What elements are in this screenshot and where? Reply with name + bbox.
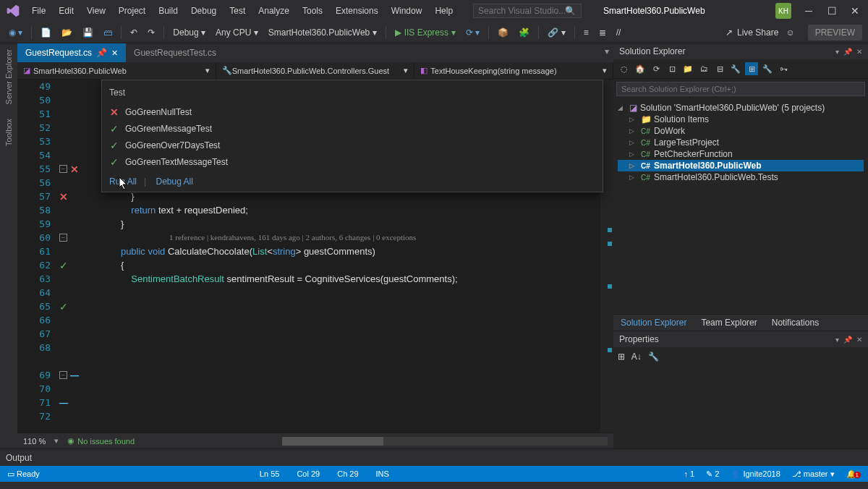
panel-pin-icon[interactable]: 📌 [843, 336, 852, 344]
browser-link-icon[interactable]: 🔗 ▾ [545, 26, 568, 39]
run-all-link[interactable]: Run All [109, 177, 137, 187]
tab-solution-explorer[interactable]: Solution Explorer [613, 315, 694, 331]
platform-select[interactable]: Any CPU ▾ [213, 26, 261, 39]
tree-item[interactable]: ▷C#LargeTestProject [618, 137, 864, 148]
showall-icon[interactable]: 📁 [681, 62, 694, 75]
test-row[interactable]: ✕GoGreenNullTest [109, 104, 595, 121]
startup-select[interactable]: SmartHotel360.PublicWeb ▾ [265, 26, 380, 39]
test-row[interactable]: ✓GoGreenOver7DaysTest [109, 137, 595, 154]
status-ready: ▭ Ready [7, 469, 40, 479]
config-select[interactable]: Debug ▾ [170, 26, 208, 39]
toolbox-tab[interactable]: Toolbox [4, 119, 13, 146]
alpha-icon[interactable]: A↓ [631, 352, 642, 362]
panel-close-icon[interactable]: ✕ [856, 336, 862, 344]
tab-team-explorer[interactable]: Team Explorer [694, 315, 764, 331]
collapse-icon[interactable]: ⊟ [713, 62, 726, 75]
liveshare-button[interactable]: Live Share [737, 27, 778, 38]
menu-window[interactable]: Window [386, 3, 428, 19]
back-icon[interactable]: ◌ [618, 62, 631, 75]
refresh-icon[interactable]: 🗂 [697, 62, 710, 75]
tree-item[interactable]: ▷C#SmartHotel360.PublicWeb.Tests [618, 171, 864, 183]
minimize-icon[interactable]: ─ [801, 5, 816, 17]
horizontal-scrollbar[interactable] [282, 437, 608, 446]
debug-all-link[interactable]: Debug All [156, 177, 193, 187]
quick-launch[interactable]: 🔍 [473, 4, 582, 18]
menu-project[interactable]: Project [113, 3, 151, 19]
tree-root[interactable]: ◢◪Solution 'SmartHotel360.PublicWeb' (5 … [618, 102, 864, 114]
maximize-icon[interactable]: ☐ [825, 5, 839, 17]
properties-icon[interactable]: 🔧 [729, 62, 742, 75]
close-icon[interactable]: ✕ [848, 5, 862, 17]
extension-icon[interactable]: 📦 [495, 26, 511, 39]
properties-body[interactable]: ⊞ A↓ 🔧 [613, 347, 868, 448]
extension-icon-2[interactable]: 🧩 [516, 26, 532, 39]
props-wrench-icon[interactable]: 🔧 [648, 352, 659, 362]
tab-notifications[interactable]: Notifications [765, 315, 826, 331]
format-icon[interactable]: ≡ [581, 26, 592, 39]
code-editor[interactable]: 4950515253545556575859606162636465666768… [17, 80, 613, 433]
panel-pin-icon[interactable]: 📌 [843, 48, 852, 56]
refresh-button[interactable]: ⟳ ▾ [463, 26, 482, 39]
run-button[interactable]: ▶ IIS Express ▾ [392, 26, 459, 39]
quick-launch-input[interactable] [478, 6, 565, 16]
tree-item[interactable]: ▷C#DoWork [618, 125, 864, 137]
notification-bell-icon[interactable]: 🔔1 [846, 469, 861, 479]
pin-icon[interactable]: 📌 [96, 48, 107, 58]
tree-item[interactable]: ▷C#PetCheckerFunction [618, 148, 864, 160]
wrench2-icon[interactable]: 🗝 [777, 62, 790, 75]
format-icon-2[interactable]: ≣ [596, 26, 609, 39]
redo-button[interactable]: ↷ [145, 26, 158, 39]
status-branch[interactable]: ⎇ master ▾ [792, 469, 835, 479]
menu-help[interactable]: Help [429, 3, 459, 19]
menu-test[interactable]: Test [224, 3, 251, 19]
categorize-icon[interactable]: ⊞ [618, 352, 625, 362]
solution-tree[interactable]: ◢◪Solution 'SmartHotel360.PublicWeb' (5 … [613, 99, 868, 186]
status-push[interactable]: ↑ 1 [684, 469, 694, 478]
search-icon[interactable]: 🔍 [565, 6, 576, 16]
menu-edit[interactable]: Edit [53, 3, 80, 19]
menu-view[interactable]: View [81, 3, 111, 19]
new-item-button[interactable]: 📄 [38, 26, 54, 39]
menu-extensions[interactable]: Extensions [330, 3, 384, 19]
nav-class-select[interactable]: 🔧SmartHotel360.PublicWeb.Controllers.Gue… [216, 62, 415, 79]
nav-back-button[interactable]: ◉ ▾ [6, 26, 25, 39]
comment-icon[interactable]: // [613, 26, 624, 39]
tree-item-selected[interactable]: ▷C#SmartHotel360.PublicWeb [618, 160, 864, 171]
panel-dropdown-icon[interactable]: ▾ [835, 48, 839, 56]
test-row[interactable]: ✓GoGreenTextMessageTest [109, 154, 595, 171]
tab-overflow-icon[interactable]: ▾ [600, 43, 613, 62]
user-avatar[interactable]: KH [775, 3, 791, 19]
wrench-icon[interactable]: 🔧 [761, 62, 774, 75]
server-explorer-tab[interactable]: Server Explorer [4, 49, 13, 104]
solution-search-input[interactable] [616, 82, 865, 96]
undo-button[interactable]: ↶ [127, 26, 140, 39]
menu-debug[interactable]: Debug [185, 3, 222, 19]
tab-guestrequest[interactable]: GuestRequest.cs 📌 ✕ [17, 43, 126, 62]
menu-tools[interactable]: Tools [297, 3, 328, 19]
zoom-select[interactable]: 110 % [23, 437, 46, 446]
preview-icon[interactable]: ⊞ [745, 62, 758, 75]
open-file-button[interactable]: 📂 [59, 26, 75, 39]
nav-method-select[interactable]: ◧TextHouseKeeping(string message)▾ [414, 62, 613, 79]
output-panel-header[interactable]: Output [0, 448, 868, 466]
scope-icon[interactable]: ⊡ [665, 62, 678, 75]
status-user[interactable]: 👤 Ignite2018 [731, 469, 780, 479]
panel-toolbar: ◌ 🏠 ⟳ ⊡ 📁 🗂 ⊟ 🔧 ⊞ 🔧 🗝 [613, 59, 868, 79]
panel-close-icon[interactable]: ✕ [856, 48, 862, 56]
menu-build[interactable]: Build [153, 3, 184, 19]
save-button[interactable]: 💾 [80, 26, 96, 39]
test-row[interactable]: ✓GoGreenMessageTest [109, 121, 595, 137]
save-all-button[interactable]: 🗃 [101, 26, 115, 39]
tree-item[interactable]: ▷📁Solution Items [618, 114, 864, 125]
menu-file[interactable]: File [26, 3, 51, 19]
sync-icon[interactable]: ⟳ [650, 62, 663, 75]
feedback-icon[interactable]: ☺ [783, 26, 797, 39]
home-icon[interactable]: 🏠 [634, 62, 647, 75]
close-tab-icon[interactable]: ✕ [111, 48, 118, 58]
liveshare-icon[interactable]: ↗ [726, 27, 733, 38]
tab-guestrequesttest[interactable]: GuestRequestTest.cs [126, 43, 224, 62]
panel-dropdown-icon[interactable]: ▾ [835, 336, 839, 344]
status-edits[interactable]: ✎ 2 [706, 469, 719, 479]
nav-project-select[interactable]: ◪SmartHotel360.PublicWeb▾ [17, 62, 216, 79]
menu-analyze[interactable]: Analyze [252, 3, 295, 19]
